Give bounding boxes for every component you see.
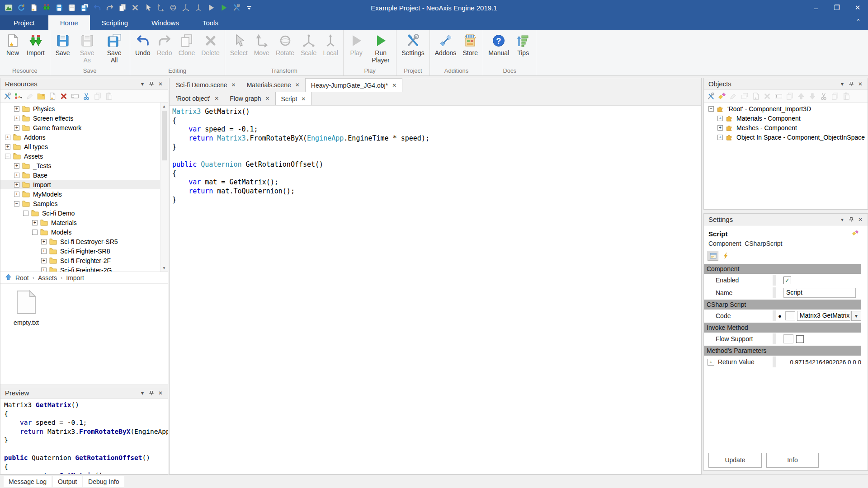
save-as-icon[interactable] xyxy=(67,3,77,13)
save-all-button[interactable]: Save All xyxy=(101,32,128,65)
ribbon-tab-tools[interactable]: Tools xyxy=(191,15,230,30)
import-button[interactable]: Import xyxy=(24,32,48,57)
pin-icon[interactable] xyxy=(847,216,856,224)
status-tab-message-log[interactable]: Message Log xyxy=(4,476,52,487)
expander-icon[interactable]: − xyxy=(5,154,10,159)
settings-icon[interactable] xyxy=(231,3,241,13)
events-view-button[interactable] xyxy=(720,251,731,261)
document-sub-tab[interactable]: Flow graph✕ xyxy=(224,92,275,105)
panel-splitter[interactable] xyxy=(703,210,868,213)
import-icon[interactable] xyxy=(42,3,52,13)
dropdown-icon[interactable]: ▼ xyxy=(851,311,861,321)
resources-tree-item[interactable]: −Assets xyxy=(0,151,168,161)
chevron-down-icon[interactable]: ▾ xyxy=(838,80,847,88)
restore-icon[interactable]: ❐ xyxy=(826,0,847,15)
save-button[interactable]: Save xyxy=(52,32,74,57)
expander-icon[interactable]: + xyxy=(717,116,723,121)
close-icon[interactable]: ✕ xyxy=(156,389,165,397)
scroll-thumb[interactable] xyxy=(162,111,167,160)
local-icon[interactable] xyxy=(193,3,203,13)
properties-view-button[interactable] xyxy=(708,251,718,261)
expander-icon[interactable]: + xyxy=(717,125,723,131)
resources-tree-item[interactable]: +Base xyxy=(0,170,168,180)
checkbox[interactable] xyxy=(796,335,804,343)
text-field[interactable]: Script xyxy=(783,288,856,298)
ribbon-collapse-icon[interactable]: ⌃ xyxy=(856,18,861,25)
expander-icon[interactable]: + xyxy=(14,116,19,121)
toolbar-options-icon[interactable] xyxy=(244,3,254,13)
expander-icon[interactable]: + xyxy=(14,106,19,112)
objects-tree-item[interactable]: +Object In Space - Component_ObjectInSpa… xyxy=(704,132,868,142)
close-icon[interactable]: ✕ xyxy=(156,80,165,88)
select-icon[interactable] xyxy=(143,3,153,13)
resources-tree-item[interactable]: +Sci-fi Freighter-2F xyxy=(0,256,168,265)
expander-icon[interactable]: + xyxy=(5,135,10,140)
resources-tree-item[interactable]: +Import xyxy=(0,180,168,189)
close-icon[interactable]: ✕ xyxy=(265,95,270,102)
value-swatch[interactable] xyxy=(785,311,795,320)
scale-icon[interactable] xyxy=(181,3,191,13)
code-value-field[interactable]: Matrix3 GetMatrix(){ xyxy=(797,311,850,321)
app-logo-icon[interactable] xyxy=(4,3,14,13)
scroll-up-icon[interactable]: ▲ xyxy=(162,103,166,110)
expander-icon[interactable]: − xyxy=(14,201,19,206)
expander-icon[interactable]: − xyxy=(32,230,38,235)
close-icon[interactable]: ✕ xyxy=(301,96,306,102)
resources-tools-icon[interactable] xyxy=(2,91,12,101)
expander-icon[interactable]: + xyxy=(41,239,47,244)
objects-tools-icon[interactable] xyxy=(706,91,716,101)
expander-icon[interactable]: + xyxy=(41,267,47,272)
sync-icon[interactable] xyxy=(16,3,26,13)
expander-icon[interactable]: − xyxy=(23,211,28,216)
document-sub-tab[interactable]: Script✕ xyxy=(275,92,312,105)
resources-delete-red-icon[interactable] xyxy=(59,91,69,101)
objects-tree-item[interactable]: +Meshes - Component xyxy=(704,123,868,132)
ribbon-tab-scripting[interactable]: Scripting xyxy=(90,15,140,30)
status-tab-output[interactable]: Output xyxy=(53,476,82,487)
addons-button[interactable]: Addons xyxy=(432,32,459,57)
resources-display-options-icon[interactable] xyxy=(14,91,24,101)
resources-tree-item[interactable]: +All types xyxy=(0,142,168,151)
manual-button[interactable]: ?Manual xyxy=(485,32,512,57)
chevron-down-icon[interactable]: ▾ xyxy=(838,216,847,224)
new-document-icon[interactable]: ★ xyxy=(29,3,39,13)
resources-new-resource-icon[interactable]: ★ xyxy=(47,91,57,101)
close-icon[interactable]: ✕ xyxy=(856,80,865,88)
clone-icon[interactable] xyxy=(118,3,127,13)
expand-icon[interactable]: + xyxy=(708,359,714,366)
close-icon[interactable]: ✕ xyxy=(214,95,219,102)
status-tab-debug-info[interactable]: Debug Info xyxy=(83,476,124,487)
resources-tree-item[interactable]: +Screen effects xyxy=(0,113,168,123)
resources-tree-item[interactable]: +Sci-fi Destroyer-SR5 xyxy=(0,237,168,246)
checkbox[interactable]: ✓ xyxy=(783,277,791,284)
document-sub-tab[interactable]: 'Root object'✕ xyxy=(170,92,224,105)
resources-tree-item[interactable]: +MyModels xyxy=(0,189,168,199)
expander-icon[interactable]: + xyxy=(32,220,38,225)
ribbon-tab-project[interactable]: Project xyxy=(0,15,48,30)
expander-icon[interactable]: + xyxy=(14,173,19,178)
scroll-down-icon[interactable]: ▼ xyxy=(162,264,166,272)
document-tab[interactable]: Materials.scene✕ xyxy=(241,78,305,92)
breadcrumb-item-root[interactable]: Root xyxy=(15,274,29,282)
breadcrumb-item-import[interactable]: Import xyxy=(66,274,84,282)
redo-dis-icon[interactable] xyxy=(105,3,115,13)
objects-component-icon[interactable] xyxy=(717,91,727,101)
play-green-icon[interactable] xyxy=(219,3,229,13)
resources-new-folder-icon[interactable]: ★ xyxy=(36,91,46,101)
objects-tree-item[interactable]: +Materials - Component xyxy=(704,113,868,123)
value-swatch[interactable] xyxy=(783,334,793,343)
minimize-icon[interactable]: – xyxy=(806,0,826,15)
close-icon[interactable]: ✕ xyxy=(231,82,236,88)
chevron-down-icon[interactable]: ▾ xyxy=(138,389,147,397)
expander-icon[interactable]: + xyxy=(41,258,47,263)
move-icon[interactable] xyxy=(156,3,165,13)
save-all-icon[interactable] xyxy=(80,3,90,13)
close-icon[interactable]: ✕ xyxy=(847,0,868,15)
resources-tree-item[interactable]: −Models xyxy=(0,227,168,237)
resources-tree-item[interactable]: +Materials xyxy=(0,218,168,227)
resources-tree-item[interactable]: +Sci-fi Fighter-SR8 xyxy=(0,246,168,256)
resources-tree-item[interactable]: −Sci-fi Demo xyxy=(0,208,168,218)
pin-icon[interactable] xyxy=(147,389,156,397)
chevron-down-icon[interactable]: ▾ xyxy=(138,80,147,88)
info-button[interactable]: Info xyxy=(766,453,819,468)
